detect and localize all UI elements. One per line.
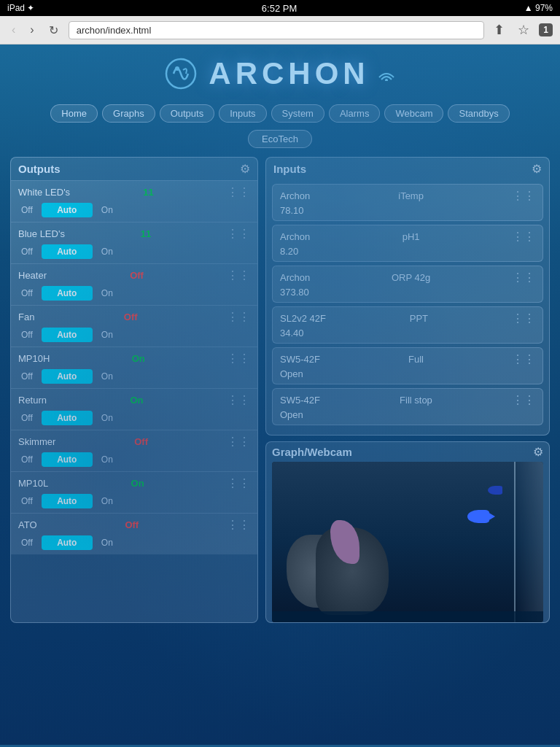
output-item-header: White LED's 11 ⋮⋮	[18, 185, 250, 199]
output-auto-button[interactable]: Auto	[42, 369, 93, 384]
output-on-button[interactable]: On	[98, 495, 116, 508]
output-off-button[interactable]: Off	[18, 370, 36, 383]
output-off-button[interactable]: Off	[18, 495, 36, 508]
output-on-button[interactable]: On	[98, 245, 116, 258]
nav-system[interactable]: System	[271, 104, 324, 123]
nav-ecotech[interactable]: EcoTech	[248, 130, 312, 148]
input-value: Open	[280, 368, 535, 379]
output-auto-button[interactable]: Auto	[42, 286, 93, 301]
output-controls: Off Auto On	[18, 494, 250, 508]
output-on-button[interactable]: On	[98, 370, 116, 383]
wifi-icon	[376, 66, 397, 81]
output-on-button[interactable]: On	[98, 328, 116, 341]
output-auto-button[interactable]: Auto	[42, 494, 93, 508]
nav-outputs[interactable]: Outputs	[160, 104, 215, 123]
slider-icon[interactable]: ⋮⋮	[227, 435, 250, 449]
inputs-title: Inputs	[273, 163, 306, 175]
output-item-header: MP10L On ⋮⋮	[18, 476, 250, 490]
outputs-gear-icon[interactable]: ⚙	[240, 162, 250, 176]
bookmark-button[interactable]: ☆	[514, 20, 533, 39]
output-on-button[interactable]: On	[98, 204, 116, 217]
input-source: Archon	[280, 272, 310, 283]
share-button[interactable]: ⬆	[490, 20, 508, 39]
nav-alarms[interactable]: Alarms	[329, 104, 380, 123]
reload-button[interactable]: ↻	[44, 22, 63, 39]
slider-icon[interactable]: ⋮⋮	[227, 476, 250, 490]
status-time: 6:52 PM	[262, 3, 297, 14]
output-auto-button[interactable]: Auto	[42, 203, 93, 217]
output-status: Off	[130, 270, 144, 281]
slider-icon[interactable]: ⋮⋮	[227, 227, 250, 241]
slider-icon[interactable]: ⋮⋮	[227, 185, 250, 199]
output-off-button[interactable]: Off	[18, 411, 36, 425]
output-off-button[interactable]: Off	[18, 536, 36, 549]
slider-icon[interactable]: ⋮⋮	[227, 352, 250, 365]
svg-point-2	[385, 79, 388, 81]
address-bar[interactable]	[69, 21, 485, 39]
slider-icon[interactable]: ⋮⋮	[227, 268, 250, 282]
input-item-header: SW5-42F Full ⋮⋮	[280, 352, 535, 366]
nav-standbys[interactable]: Standbys	[448, 104, 509, 123]
output-on-button[interactable]: On	[98, 287, 116, 300]
output-name: Blue LED's	[18, 228, 65, 239]
input-slider-icon[interactable]: ⋮⋮	[512, 393, 535, 407]
outputs-header: Outputs ⚙	[11, 158, 257, 180]
inputs-header: Inputs ⚙	[266, 158, 549, 180]
nav-inputs[interactable]: Inputs	[219, 104, 266, 123]
input-slider-icon[interactable]: ⋮⋮	[512, 311, 535, 325]
small-fish	[488, 486, 502, 495]
inputs-gear-icon[interactable]: ⚙	[532, 162, 542, 176]
input-item: Archon ORP 42g ⋮⋮ 373.80	[272, 266, 543, 303]
output-name: Skimmer	[18, 436, 55, 447]
forward-button[interactable]: ›	[26, 22, 38, 38]
graph-gear-icon[interactable]: ⚙	[533, 445, 543, 459]
nav-webcam[interactable]: Webcam	[384, 104, 443, 123]
slider-icon[interactable]: ⋮⋮	[227, 393, 250, 407]
output-off-button[interactable]: Off	[18, 328, 36, 341]
input-name: Full	[408, 354, 424, 365]
outputs-panel: Outputs ⚙ White LED's 11 ⋮⋮ Off Auto On …	[10, 157, 258, 623]
output-controls: Off Auto On	[18, 411, 250, 425]
output-on-button[interactable]: On	[98, 536, 116, 549]
output-auto-button[interactable]: Auto	[42, 411, 93, 425]
output-off-button[interactable]: Off	[18, 245, 36, 258]
aquarium-bottom	[272, 611, 543, 622]
output-item-header: Fan Off ⋮⋮	[18, 310, 250, 324]
output-auto-button[interactable]: Auto	[42, 244, 93, 259]
input-item-header: Archon iTemp ⋮⋮	[280, 189, 535, 203]
output-item-header: Return On ⋮⋮	[18, 393, 250, 407]
output-status: 11	[143, 187, 153, 198]
input-source: SW5-42F	[280, 395, 320, 406]
output-status: On	[131, 478, 144, 489]
output-status: Off	[124, 311, 138, 322]
outputs-title: Outputs	[18, 163, 61, 175]
output-off-button[interactable]: Off	[18, 287, 36, 300]
nav-home[interactable]: Home	[50, 104, 98, 123]
slider-icon[interactable]: ⋮⋮	[227, 518, 250, 532]
input-source: SL2v2 42F	[280, 313, 326, 324]
output-on-button[interactable]: On	[98, 411, 116, 425]
output-auto-button[interactable]: Auto	[42, 328, 93, 342]
output-item: MP10L On ⋮⋮ Off Auto On	[11, 471, 257, 513]
output-auto-button[interactable]: Auto	[42, 535, 93, 550]
right-column: Inputs ⚙ Archon iTemp ⋮⋮ 78.10 Archon pH…	[265, 157, 550, 623]
input-slider-icon[interactable]: ⋮⋮	[512, 352, 535, 366]
output-auto-button[interactable]: Auto	[42, 452, 93, 467]
output-status: On	[132, 353, 145, 364]
slider-icon[interactable]: ⋮⋮	[227, 310, 250, 324]
input-source: Archon	[280, 190, 310, 201]
input-slider-icon[interactable]: ⋮⋮	[512, 230, 535, 244]
graph-title: Graph/Webcam	[272, 446, 352, 458]
input-item-header: Archon ORP 42g ⋮⋮	[280, 271, 535, 285]
output-off-button[interactable]: Off	[18, 204, 36, 217]
back-button[interactable]: ‹	[7, 22, 20, 38]
output-item-header: Heater Off ⋮⋮	[18, 268, 250, 282]
status-right: ▲ 97%	[524, 3, 553, 13]
nav-graphs[interactable]: Graphs	[102, 104, 155, 123]
output-off-button[interactable]: Off	[18, 453, 36, 466]
input-slider-icon[interactable]: ⋮⋮	[512, 271, 535, 285]
fish	[467, 510, 489, 523]
output-on-button[interactable]: On	[98, 453, 116, 466]
input-slider-icon[interactable]: ⋮⋮	[512, 189, 535, 203]
tab-count[interactable]: 1	[539, 23, 553, 36]
